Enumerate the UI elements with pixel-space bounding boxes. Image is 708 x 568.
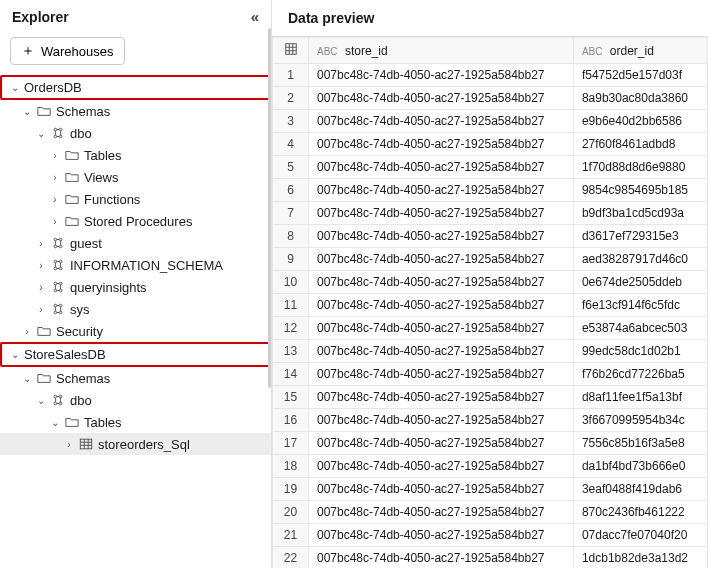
tree-folder-views[interactable]: › Views bbox=[0, 166, 271, 188]
schema-icon bbox=[50, 279, 66, 295]
table-row[interactable]: 11007bc48c-74db-4050-ac27-1925a584bb27f6… bbox=[273, 294, 708, 317]
folder-icon bbox=[64, 147, 80, 163]
db-label: StoreSalesDB bbox=[24, 347, 106, 362]
data-preview-title: Data preview bbox=[272, 0, 708, 36]
col-header-store-id[interactable]: ABC store_id bbox=[309, 38, 574, 64]
table-row[interactable]: 13007bc48c-74db-4050-ac27-1925a584bb2799… bbox=[273, 340, 708, 363]
node-label: guest bbox=[70, 236, 102, 251]
row-number-cell: 4 bbox=[273, 133, 309, 156]
table-row[interactable]: 8007bc48c-74db-4050-ac27-1925a584bb27d36… bbox=[273, 225, 708, 248]
row-number-cell: 21 bbox=[273, 524, 309, 547]
table-row[interactable]: 1007bc48c-74db-4050-ac27-1925a584bb27f54… bbox=[273, 64, 708, 87]
tree-schema-infoschema[interactable]: › INFORMATION_SCHEMA bbox=[0, 254, 271, 276]
svg-point-7 bbox=[59, 238, 62, 241]
cell-order-id: 870c2436fb461222 bbox=[573, 501, 707, 524]
table-row[interactable]: 10007bc48c-74db-4050-ac27-1925a584bb270e… bbox=[273, 271, 708, 294]
folder-icon bbox=[36, 370, 52, 386]
tree-folder-security[interactable]: › Security bbox=[0, 320, 271, 342]
table-row[interactable]: 17007bc48c-74db-4050-ac27-1925a584bb2775… bbox=[273, 432, 708, 455]
col-name: store_id bbox=[345, 44, 388, 58]
row-number-cell: 8 bbox=[273, 225, 309, 248]
svg-point-20 bbox=[54, 311, 57, 314]
warehouses-button[interactable]: ＋ Warehouses bbox=[10, 37, 125, 65]
row-number-cell: 11 bbox=[273, 294, 309, 317]
cell-store-id: 007bc48c-74db-4050-ac27-1925a584bb27 bbox=[309, 87, 574, 110]
row-number-cell: 13 bbox=[273, 340, 309, 363]
tree-db-storesalesdb[interactable]: ⌄ StoreSalesDB bbox=[0, 342, 271, 367]
scrollbar[interactable] bbox=[268, 28, 271, 388]
table-row[interactable]: 15007bc48c-74db-4050-ac27-1925a584bb27d8… bbox=[273, 386, 708, 409]
collapse-explorer-icon[interactable]: « bbox=[251, 8, 259, 25]
svg-point-18 bbox=[54, 304, 57, 307]
svg-point-21 bbox=[59, 311, 62, 314]
row-number-cell: 10 bbox=[273, 271, 309, 294]
cell-order-id: 9854c9854695b185 bbox=[573, 179, 707, 202]
table-row[interactable]: 3007bc48c-74db-4050-ac27-1925a584bb27e9b… bbox=[273, 110, 708, 133]
table-row[interactable]: 2007bc48c-74db-4050-ac27-1925a584bb278a9… bbox=[273, 87, 708, 110]
tree-db-ordersdb[interactable]: ⌄ OrdersDB bbox=[0, 75, 271, 100]
tree-folder-storedprocs[interactable]: › Stored Procedures bbox=[0, 210, 271, 232]
row-number-cell: 19 bbox=[273, 478, 309, 501]
cell-store-id: 007bc48c-74db-4050-ac27-1925a584bb27 bbox=[309, 317, 574, 340]
row-number-cell: 3 bbox=[273, 110, 309, 133]
chevron-right-icon: › bbox=[36, 238, 46, 249]
tree-schema-guest[interactable]: › guest bbox=[0, 232, 271, 254]
col-header-order-id[interactable]: ABC order_id bbox=[573, 38, 707, 64]
node-label: Schemas bbox=[56, 371, 110, 386]
schema-icon bbox=[50, 125, 66, 141]
tree-folder-tables-2[interactable]: ⌄ Tables bbox=[0, 411, 271, 433]
table-row[interactable]: 20007bc48c-74db-4050-ac27-1925a584bb2787… bbox=[273, 501, 708, 524]
chevron-down-icon: ⌄ bbox=[36, 395, 46, 406]
svg-point-24 bbox=[54, 402, 57, 405]
tree-schema-queryinsights[interactable]: › queryinsights bbox=[0, 276, 271, 298]
cell-order-id: e53874a6abcec503 bbox=[573, 317, 707, 340]
row-number-cell: 1 bbox=[273, 64, 309, 87]
table-row[interactable]: 19007bc48c-74db-4050-ac27-1925a584bb273e… bbox=[273, 478, 708, 501]
explorer-title: Explorer bbox=[12, 9, 69, 25]
folder-icon bbox=[64, 414, 80, 430]
table-row[interactable]: 9007bc48c-74db-4050-ac27-1925a584bb27aed… bbox=[273, 248, 708, 271]
svg-point-13 bbox=[59, 267, 62, 270]
col-header-rownum[interactable] bbox=[273, 38, 309, 64]
explorer-tree[interactable]: ⌄ OrdersDB ⌄ Schemas bbox=[0, 73, 271, 568]
svg-point-8 bbox=[54, 245, 57, 248]
table-row[interactable]: 18007bc48c-74db-4050-ac27-1925a584bb27da… bbox=[273, 455, 708, 478]
chevron-right-icon: › bbox=[50, 194, 60, 205]
chevron-right-icon: › bbox=[50, 150, 60, 161]
tree-table-storeorders[interactable]: › storeorders_Sql bbox=[0, 433, 271, 455]
chevron-down-icon: ⌄ bbox=[22, 373, 32, 384]
cell-store-id: 007bc48c-74db-4050-ac27-1925a584bb27 bbox=[309, 478, 574, 501]
chevron-right-icon: › bbox=[50, 216, 60, 227]
row-number-cell: 15 bbox=[273, 386, 309, 409]
tree-folder-tables[interactable]: › Tables bbox=[0, 144, 271, 166]
tree-folder-functions[interactable]: › Functions bbox=[0, 188, 271, 210]
tree-schema-sys[interactable]: › sys bbox=[0, 298, 271, 320]
cell-store-id: 007bc48c-74db-4050-ac27-1925a584bb27 bbox=[309, 547, 574, 569]
data-preview-panel: Data preview ABC store_id ABC or bbox=[272, 0, 708, 568]
tree-schema-dbo[interactable]: ⌄ dbo bbox=[0, 122, 271, 144]
table-row[interactable]: 21007bc48c-74db-4050-ac27-1925a584bb2707… bbox=[273, 524, 708, 547]
cell-store-id: 007bc48c-74db-4050-ac27-1925a584bb27 bbox=[309, 386, 574, 409]
svg-point-12 bbox=[54, 267, 57, 270]
tree-folder-schemas[interactable]: ⌄ Schemas bbox=[0, 100, 271, 122]
table-row[interactable]: 5007bc48c-74db-4050-ac27-1925a584bb271f7… bbox=[273, 156, 708, 179]
cell-order-id: 1f70d88d8d6e9880 bbox=[573, 156, 707, 179]
row-number-cell: 18 bbox=[273, 455, 309, 478]
table-row[interactable]: 12007bc48c-74db-4050-ac27-1925a584bb27e5… bbox=[273, 317, 708, 340]
data-preview-table-wrap[interactable]: ABC store_id ABC order_id 1007bc48c-74db… bbox=[272, 36, 708, 568]
cell-store-id: 007bc48c-74db-4050-ac27-1925a584bb27 bbox=[309, 409, 574, 432]
table-row[interactable]: 16007bc48c-74db-4050-ac27-1925a584bb273f… bbox=[273, 409, 708, 432]
tree-schema-dbo-2[interactable]: ⌄ dbo bbox=[0, 389, 271, 411]
table-row[interactable]: 22007bc48c-74db-4050-ac27-1925a584bb271d… bbox=[273, 547, 708, 569]
cell-store-id: 007bc48c-74db-4050-ac27-1925a584bb27 bbox=[309, 64, 574, 87]
svg-point-2 bbox=[54, 128, 57, 131]
table-row[interactable]: 6007bc48c-74db-4050-ac27-1925a584bb27985… bbox=[273, 179, 708, 202]
node-label: dbo bbox=[70, 126, 92, 141]
table-row[interactable]: 4007bc48c-74db-4050-ac27-1925a584bb2727f… bbox=[273, 133, 708, 156]
table-row[interactable]: 14007bc48c-74db-4050-ac27-1925a584bb27f7… bbox=[273, 363, 708, 386]
cell-order-id: 8a9b30ac80da3860 bbox=[573, 87, 707, 110]
tree-folder-schemas-2[interactable]: ⌄ Schemas bbox=[0, 367, 271, 389]
svg-point-11 bbox=[59, 260, 62, 263]
table-row[interactable]: 7007bc48c-74db-4050-ac27-1925a584bb27b9d… bbox=[273, 202, 708, 225]
node-label: Views bbox=[84, 170, 118, 185]
